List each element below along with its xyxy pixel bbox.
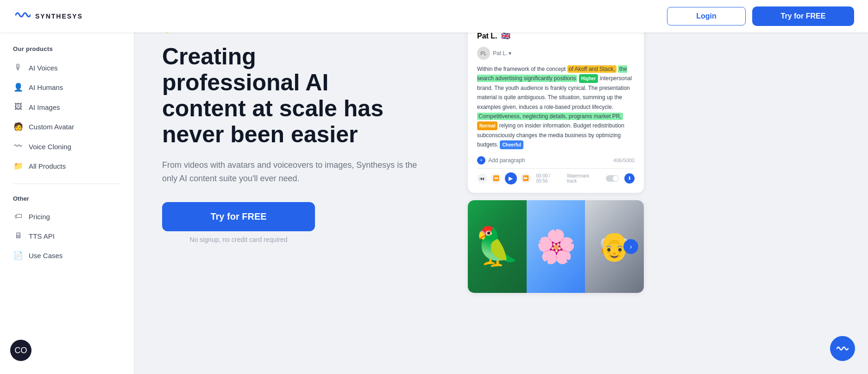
logo: SYNTHESYS	[14, 6, 83, 26]
hero-subtitle: From videos with avatars and voiceovers …	[162, 158, 431, 185]
sidebar: Our products 🎙 AI Voices 👤 AI Humans 🖼 A…	[0, 32, 134, 311]
hero-cta-button[interactable]: Try for FREE	[162, 202, 315, 231]
person-icon: 👤	[13, 82, 23, 92]
login-button[interactable]: Login	[667, 7, 746, 25]
sidebar-item-label: AI Humans	[29, 83, 63, 91]
char-count: 406/5000	[613, 158, 635, 163]
sidebar-item-ai-images[interactable]: 🖼 AI Images	[0, 97, 134, 117]
hero-right: Pat L. 🇬🇧 PL Pat L. ▾ Within the framewo…	[468, 23, 644, 293]
header-actions: Login Try for FREE	[667, 6, 854, 26]
watermark-toggle[interactable]	[606, 175, 619, 182]
images-row: 🦜 🌸 👴	[468, 200, 644, 293]
document-icon: 📄	[13, 251, 23, 260]
monitor-icon: 🖥	[13, 231, 23, 241]
folder-icon: 📁	[13, 161, 23, 171]
sidebar-item-label: Custom Avatar	[29, 123, 74, 131]
watermark-label: Watermark track	[567, 173, 601, 184]
step-back-button[interactable]: ⏪	[491, 173, 501, 184]
editor-card-header: Pat L. 🇬🇧	[477, 32, 635, 40]
images-next-button[interactable]: ›	[623, 239, 638, 254]
flag-icon: 🇬🇧	[501, 32, 510, 40]
editor-dropdown[interactable]: Pat L. ▾	[493, 50, 511, 57]
highlight-concept: of Akoff and Stack,	[567, 65, 616, 73]
header-try-free-button[interactable]: Try for FREE	[752, 6, 854, 26]
hero-title-line1: Creating	[162, 44, 256, 70]
hero-title-line4: never been easier	[162, 121, 358, 147]
no-signup-text: No signup, no credit card required	[162, 236, 315, 243]
badge-normal: Normal	[477, 121, 497, 130]
other-section-title: Other	[0, 191, 134, 207]
hero-left: 🧭 Capterra ★★★★★ 4.6 Creating profession…	[162, 23, 449, 243]
waveform-icon	[13, 142, 23, 151]
image-icon: 🖼	[13, 102, 23, 112]
hero-title: Creating professional AI content at scal…	[162, 44, 449, 147]
sidebar-item-label: AI Images	[29, 103, 60, 111]
hero-section: 🧭 Capterra ★★★★★ 4.6 Creating profession…	[134, 0, 868, 311]
products-section-title: Our products	[0, 45, 134, 58]
logo-icon	[14, 6, 31, 26]
images-card: 🦜 🌸 👴 ›	[468, 200, 644, 293]
header: SYNTHESYS Login Try for FREE	[0, 0, 868, 32]
add-paragraph-label[interactable]: Add paragraph	[488, 157, 525, 164]
sidebar-item-all-products[interactable]: 📁 All Products	[0, 156, 134, 176]
rewind-button[interactable]: ⏮	[477, 173, 487, 184]
step-forward-button[interactable]: ⏩	[521, 173, 531, 184]
toggle-dot	[613, 176, 618, 181]
sidebar-item-use-cases[interactable]: 📄 Use Cases	[0, 246, 134, 266]
sidebar-item-label: Voice Cloning	[29, 143, 71, 151]
sidebar-item-label: AI Voices	[29, 64, 58, 72]
mic-icon: 🎙	[13, 63, 23, 72]
sidebar-item-ai-voices[interactable]: 🎙 AI Voices	[0, 58, 134, 77]
add-paragraph-row: + Add paragraph 406/5000	[477, 156, 635, 165]
sidebar-item-label: All Products	[29, 162, 66, 170]
sidebar-item-label: Pricing	[29, 213, 50, 221]
sidebar-item-pricing[interactable]: 🏷 Pricing	[0, 207, 134, 226]
highlight-competitiveness: Competitiveness, neglecting details, pro…	[477, 113, 623, 120]
sidebar-item-ai-humans[interactable]: 👤 AI Humans	[0, 77, 134, 97]
add-para-icon[interactable]: +	[477, 156, 485, 165]
sidebar-item-tts-api[interactable]: 🖥 TTS API	[0, 226, 134, 246]
sidebar-item-label: TTS API	[29, 232, 55, 240]
editor-card: Pat L. 🇬🇧 PL Pat L. ▾ Within the framewo…	[468, 23, 644, 193]
hero-title-line2: professional AI	[162, 70, 328, 95]
download-button[interactable]: ⬇	[624, 173, 635, 184]
editor-username: Pat L.	[477, 32, 497, 40]
sidebar-item-voice-cloning[interactable]: Voice Cloning	[0, 137, 134, 156]
badge-cheerful: Cheerful	[500, 140, 523, 149]
hero-title-line3: content at scale has	[162, 95, 384, 121]
main-content: 🧭 Capterra ★★★★★ 4.6 Creating profession…	[134, 0, 868, 311]
sidebar-item-label: Use Cases	[29, 252, 63, 260]
badge-higher: Higher	[579, 74, 598, 83]
sidebar-item-custom-avatar[interactable]: 🧑 Custom Avatar	[0, 117, 134, 137]
audio-controls: ⏮ ⏪ ▶ ⏩ 00:00 / 00:56 Watermark track ⬇	[477, 172, 635, 184]
parrot-image: 🦜	[468, 200, 527, 293]
editor-divider	[477, 168, 635, 169]
editor-text-content: Within the framework of the concept of A…	[477, 64, 635, 150]
play-button[interactable]: ▶	[505, 172, 517, 184]
editor-avatar: PL	[477, 47, 490, 60]
flower-image: 🌸	[527, 200, 585, 293]
avatar-icon: 🧑	[13, 122, 23, 132]
tag-icon: 🏷	[13, 212, 23, 221]
sidebar-divider	[13, 184, 121, 184]
logo-text: SYNTHESYS	[35, 13, 83, 20]
time-display: 00:00 / 00:56	[536, 173, 563, 184]
